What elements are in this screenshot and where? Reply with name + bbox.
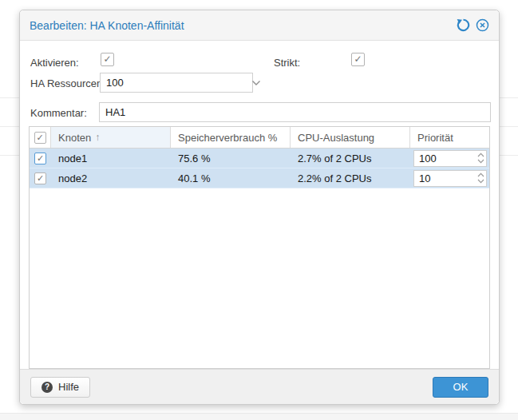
- check-icon: ✓: [36, 133, 43, 142]
- column-header-cpu-auslastung[interactable]: CPU-Auslastung: [291, 127, 410, 148]
- spinner-buttons: [477, 170, 484, 187]
- ha-resources-combobox[interactable]: [100, 73, 253, 93]
- ok-button-label: OK: [453, 381, 469, 393]
- row2-checkbox[interactable]: ✓: [34, 172, 46, 184]
- dialog-title-bar: Bearbeiten: HA Knoten-Affinität: [20, 10, 499, 41]
- activate-checkbox[interactable]: ✓: [101, 53, 114, 66]
- ha-resources-label: HA Ressourcen:: [30, 77, 105, 89]
- column-header-prioritaet[interactable]: Priorität: [410, 127, 489, 148]
- spinner-down-icon[interactable]: [477, 179, 484, 184]
- background-bottom-strip: [0, 413, 518, 420]
- comment-input[interactable]: [99, 102, 491, 122]
- column-header-knoten[interactable]: Knoten ↑: [51, 127, 171, 148]
- dialog-tools: [457, 18, 489, 32]
- cell-node-name: node2: [51, 168, 171, 188]
- spinner-buttons: [477, 150, 484, 167]
- row2-priority-input[interactable]: [413, 170, 487, 187]
- dialog-title: Bearbeiten: HA Knoten-Affinität: [30, 19, 184, 32]
- strict-label: Strikt:: [274, 57, 300, 69]
- row-checkbox-cell: ✓: [30, 168, 51, 188]
- cell-priority: [410, 149, 489, 168]
- cell-cpu-usage: 2.2% of 2 CPUs: [291, 168, 410, 188]
- question-icon: ?: [42, 382, 53, 393]
- check-icon: ✓: [37, 173, 44, 183]
- dialog-footer: ? Hilfe OK: [20, 369, 499, 404]
- row-checkbox-cell: ✓: [30, 149, 51, 168]
- node-grid: ✓ Knoten ↑ Speicherverbrauch % CPU-Ausla…: [29, 126, 490, 369]
- ok-button[interactable]: OK: [433, 377, 488, 398]
- select-all-cell: ✓: [30, 127, 51, 148]
- spinner-up-icon[interactable]: [477, 153, 484, 157]
- ha-resources-value[interactable]: [101, 73, 247, 92]
- spinner-up-icon[interactable]: [477, 172, 484, 177]
- column-header-speicherverbrauch[interactable]: Speicherverbrauch %: [171, 127, 291, 148]
- check-icon: ✓: [37, 153, 44, 163]
- table-row-node1[interactable]: ✓ node1 75.6 % 2.7% of 2 CPUs: [30, 149, 489, 168]
- row1-checkbox[interactable]: ✓: [34, 153, 46, 164]
- table-row-node2[interactable]: ✓ node2 40.1 % 2.2% of 2 CPUs: [30, 168, 489, 188]
- strict-checkbox[interactable]: ✓: [351, 53, 365, 66]
- cell-memory-usage: 40.1 %: [171, 168, 291, 188]
- grid-header: ✓ Knoten ↑ Speicherverbrauch % CPU-Ausla…: [30, 127, 489, 149]
- close-icon[interactable]: [476, 18, 489, 32]
- chevron-down-icon: [251, 80, 261, 86]
- activate-label: Aktivieren:: [30, 57, 79, 69]
- spinner-down-icon[interactable]: [477, 159, 484, 164]
- sort-ascending-icon: ↑: [95, 132, 100, 143]
- help-button[interactable]: ? Hilfe: [30, 377, 90, 398]
- combobox-trigger[interactable]: [247, 80, 266, 86]
- edit-ha-node-affinity-dialog: Bearbeiten: HA Knoten-Affinität Aktivier…: [19, 10, 500, 405]
- check-icon: ✓: [354, 53, 362, 65]
- help-button-label: Hilfe: [58, 381, 79, 393]
- cell-node-name: node1: [51, 149, 171, 168]
- comment-label: Kommentar:: [30, 107, 87, 119]
- cell-cpu-usage: 2.7% of 2 CPUs: [291, 149, 410, 168]
- cell-priority: [410, 168, 489, 188]
- priority-spinner: [413, 170, 487, 187]
- cell-memory-usage: 75.6 %: [171, 149, 291, 168]
- check-icon: ✓: [103, 53, 111, 65]
- undo-icon[interactable]: [457, 18, 470, 32]
- row1-priority-input[interactable]: [413, 150, 487, 167]
- select-all-checkbox[interactable]: ✓: [34, 132, 46, 144]
- priority-spinner: [413, 150, 487, 167]
